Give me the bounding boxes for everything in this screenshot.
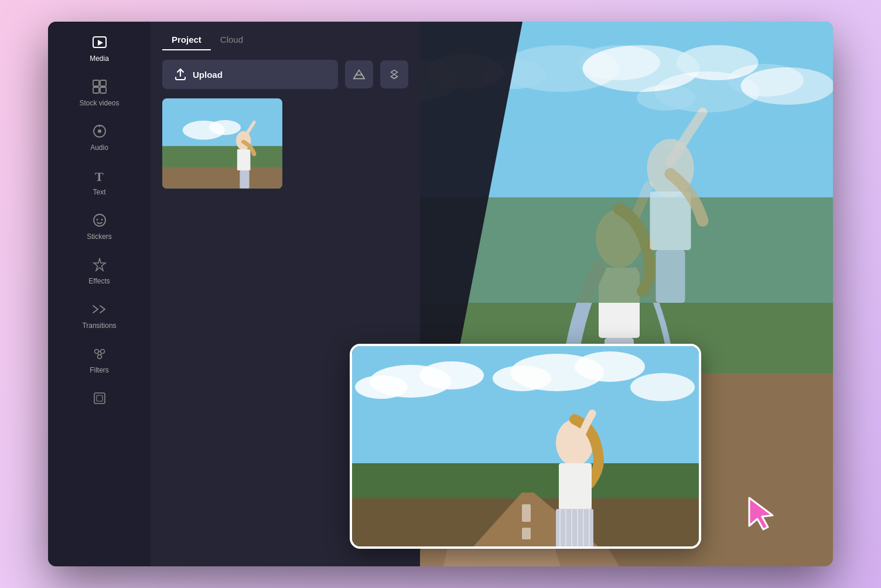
preview-svg xyxy=(352,346,701,549)
svg-rect-58 xyxy=(656,250,685,303)
svg-marker-80 xyxy=(749,498,773,529)
svg-rect-42 xyxy=(162,167,282,189)
preview-frame xyxy=(350,344,701,549)
svg-point-64 xyxy=(575,351,645,382)
svg-rect-5 xyxy=(100,87,106,93)
svg-point-7 xyxy=(98,129,101,133)
sidebar-item-media[interactable]: Media xyxy=(48,28,151,70)
svg-rect-20 xyxy=(94,393,105,404)
svg-line-39 xyxy=(394,77,398,79)
svg-point-44 xyxy=(209,120,241,135)
svg-point-12 xyxy=(101,219,103,221)
tabs-row: Project Cloud xyxy=(151,22,420,50)
sidebar: Media Stock videos xyxy=(48,22,151,566)
dropbox-icon xyxy=(388,68,401,81)
svg-rect-46 xyxy=(237,149,251,170)
cursor-arrow xyxy=(747,495,777,532)
svg-line-38 xyxy=(391,77,395,79)
svg-text:T: T xyxy=(95,169,104,183)
svg-rect-57 xyxy=(650,192,691,250)
svg-rect-3 xyxy=(100,80,106,86)
sidebar-item-stock[interactable]: Stock videos xyxy=(48,72,151,114)
svg-rect-4 xyxy=(93,87,99,93)
sidebar-item-audio[interactable]: Audio xyxy=(48,117,151,159)
svg-rect-72 xyxy=(559,463,592,510)
upload-button[interactable]: Upload xyxy=(162,60,338,89)
media-thumbnail-1[interactable] xyxy=(162,98,282,189)
tab-project[interactable]: Project xyxy=(162,29,211,50)
sidebar-item-effects[interactable]: Effects xyxy=(48,250,151,292)
main-body: Project Cloud Upload xyxy=(151,22,833,566)
dropbox-button[interactable] xyxy=(380,60,408,88)
svg-point-54 xyxy=(741,67,834,105)
svg-point-62 xyxy=(355,375,408,399)
svg-rect-21 xyxy=(97,395,103,401)
thumb-svg-1 xyxy=(162,98,282,189)
sidebar-item-transitions-label: Transitions xyxy=(82,322,116,330)
svg-rect-2 xyxy=(93,80,99,86)
svg-point-65 xyxy=(493,365,551,391)
tab-cloud[interactable]: Cloud xyxy=(211,29,252,50)
svg-marker-13 xyxy=(94,258,105,271)
svg-point-15 xyxy=(100,350,104,354)
svg-rect-47 xyxy=(240,170,249,189)
svg-point-51 xyxy=(428,54,504,89)
3d-icon xyxy=(92,391,107,408)
sidebar-item-transitions[interactable]: Transitions xyxy=(48,295,151,337)
effects-icon xyxy=(92,257,107,275)
sidebar-item-audio-label: Audio xyxy=(90,143,108,152)
svg-point-61 xyxy=(419,361,484,389)
svg-rect-73 xyxy=(556,509,593,549)
sidebar-item-filters[interactable]: Filters xyxy=(48,339,151,381)
stock-icon xyxy=(92,79,107,97)
sidebar-item-filters-label: Filters xyxy=(90,366,109,374)
google-drive-button[interactable] xyxy=(345,60,373,88)
audio-icon xyxy=(92,124,107,141)
drive-icon xyxy=(353,68,366,81)
svg-point-53 xyxy=(677,45,759,80)
transitions-icon xyxy=(92,302,107,319)
sidebar-item-text[interactable]: T Text xyxy=(48,161,151,203)
svg-point-10 xyxy=(94,214,105,226)
sidebar-item-stickers-label: Stickers xyxy=(87,233,112,241)
media-grid xyxy=(151,98,420,189)
sidebar-item-effects-label: Effects xyxy=(88,277,110,285)
svg-point-66 xyxy=(630,373,695,401)
filters-icon xyxy=(92,346,107,364)
upload-icon xyxy=(174,68,187,81)
cursor xyxy=(747,495,777,534)
sidebar-item-media-label: Media xyxy=(90,54,109,63)
sidebar-item-stickers[interactable]: Stickers xyxy=(48,206,151,248)
svg-point-14 xyxy=(94,350,98,354)
sidebar-item-3d[interactable] xyxy=(48,384,151,415)
stickers-icon xyxy=(92,213,107,230)
svg-rect-70 xyxy=(522,528,531,539)
text-icon: T xyxy=(92,168,107,186)
svg-marker-1 xyxy=(98,40,103,46)
app-window: Media Stock videos xyxy=(48,22,833,566)
media-icon xyxy=(92,35,107,52)
upload-row: Upload xyxy=(151,50,420,98)
svg-point-11 xyxy=(96,219,98,221)
svg-rect-69 xyxy=(522,504,531,522)
sidebar-item-text-label: Text xyxy=(93,188,105,196)
sidebar-item-stock-label: Stock videos xyxy=(79,99,119,107)
